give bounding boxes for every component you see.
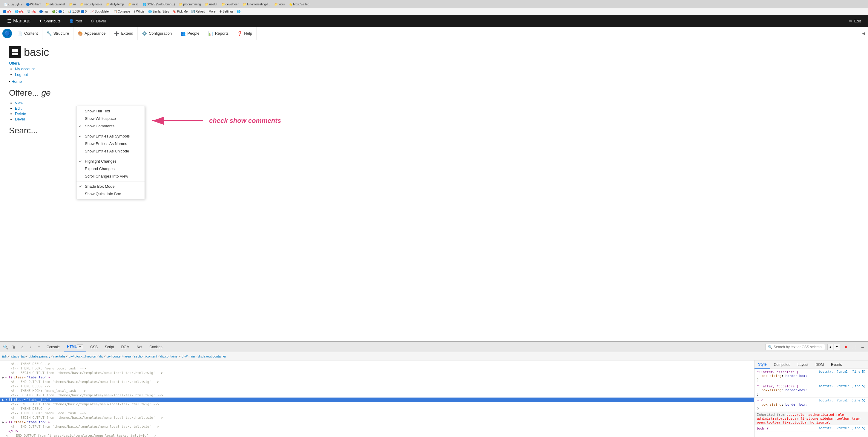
- menu-entities-symbols[interactable]: ✓ Show Entities As Symbols: [76, 133, 145, 140]
- quick-na3[interactable]: 📡 n/a: [25, 9, 37, 14]
- devtools-pointer-btn[interactable]: 🖱: [10, 344, 17, 351]
- drupal-logo[interactable]: 🔵: [2, 29, 12, 38]
- search-icon: 🔍: [768, 345, 772, 349]
- check-shade-box: ✓: [79, 184, 82, 188]
- nav-people[interactable]: 👥 People: [176, 27, 204, 40]
- nav-structure[interactable]: 🔧 Structure: [42, 27, 74, 40]
- quick-similar[interactable]: 🌐 Similar Sites: [147, 9, 170, 14]
- tab-ro[interactable]: 📁 ro: [67, 2, 78, 7]
- menu-scroll-changes[interactable]: Scroll Changes Into View: [76, 172, 145, 180]
- nav-collapse-btn[interactable]: ◀: [859, 31, 868, 35]
- quick-pickme[interactable]: 🔖 Pick Me: [171, 9, 189, 14]
- nav-reports[interactable]: 📊 Reports: [204, 27, 233, 40]
- delete-link[interactable]: Delete: [15, 112, 26, 116]
- devtools-next-btn[interactable]: ▼: [834, 344, 840, 350]
- svg-rect-2: [12, 53, 14, 55]
- nav-help[interactable]: ❓ Help: [233, 27, 256, 40]
- html-indicator: ▼: [77, 344, 83, 349]
- menu-highlight-changes[interactable]: ✓ Highlight Changes: [76, 157, 145, 165]
- site-logo: basic: [9, 46, 859, 59]
- tab-educational[interactable]: 📁 educational: [44, 2, 66, 7]
- menu-shade-box[interactable]: ✓ Shade Box Model: [76, 183, 145, 190]
- tab-script[interactable]: Script: [102, 342, 117, 352]
- home-link[interactable]: Home: [11, 79, 22, 84]
- svg-rect-3: [15, 53, 18, 55]
- edit-link[interactable]: Edit: [15, 106, 22, 111]
- tab-programming[interactable]: 📁 programming: [178, 2, 202, 7]
- devtools-minimize-btn[interactable]: –: [859, 344, 866, 351]
- quick-whois[interactable]: ? Whois: [132, 9, 146, 14]
- toolbar-manage[interactable]: ☰ Manage: [3, 15, 35, 27]
- devtools-search-input[interactable]: [774, 345, 822, 349]
- tab-security[interactable]: 📁 security-tools: [79, 2, 103, 7]
- quick-score2[interactable]: 📊 1,050 🔵 0: [66, 9, 88, 14]
- devtools-forward-btn[interactable]: ›: [27, 344, 34, 351]
- tab-dom[interactable]: DOM: [118, 342, 133, 352]
- tab-develpoer[interactable]: 📁 develpoer: [220, 2, 240, 7]
- menu-show-full-text[interactable]: Show Full Text: [76, 107, 145, 115]
- edit-icon: ✏: [849, 19, 852, 23]
- devtools-steps-btn[interactable]: ≡: [35, 344, 42, 351]
- quick-score1[interactable]: 🌿 0 🔵 0: [50, 9, 66, 14]
- menu-entities-names[interactable]: Show Entities As Names: [76, 140, 145, 147]
- content-icon: 📄: [17, 31, 22, 36]
- devtools-inspect-btn[interactable]: 🔍: [2, 344, 9, 351]
- menu-divider-3: [76, 181, 145, 181]
- tab-useful[interactable]: 📁 useful: [204, 2, 219, 7]
- devtools-close-btn[interactable]: ✕: [842, 344, 849, 351]
- tab-misc[interactable]: 📁 misc: [127, 2, 140, 7]
- tab-daily[interactable]: 📁 daily-temp: [104, 2, 125, 7]
- appearance-icon: 🎨: [78, 31, 83, 36]
- section-heading: Offere... ge: [9, 88, 859, 98]
- quick-na4[interactable]: 🔵 n/a: [38, 9, 49, 14]
- menu-show-whitespace[interactable]: Show Whitespace: [76, 115, 145, 122]
- view-link[interactable]: View: [15, 101, 23, 105]
- quick-na2[interactable]: 🌐 n/a: [13, 9, 25, 14]
- tab-tools[interactable]: 📁 tools: [273, 2, 286, 7]
- menu-quick-info[interactable]: Show Quick Info Box: [76, 190, 145, 198]
- menu-entities-unicode[interactable]: Show Entities As Unicode: [76, 147, 145, 155]
- check-show-comments: ✓: [79, 124, 82, 128]
- quick-links-bar: 🔵 n/a 🌐 n/a 📡 n/a 🔵 n/a 🌿 0 🔵 0 📊 1,050 …: [0, 8, 868, 15]
- devel-link[interactable]: Devel: [15, 117, 25, 121]
- site-nav: My account Log out: [9, 67, 859, 77]
- quick-na1[interactable]: 🔵 n/a: [1, 9, 13, 14]
- nav-extend[interactable]: ➕ Extend: [110, 27, 137, 40]
- menu-expand-changes[interactable]: Expand Changes: [76, 165, 145, 172]
- browser-tabs-bar: 📄 دانلود مقاله 🔵 Wolfram 📁 educational 📁…: [0, 0, 868, 8]
- quick-compare[interactable]: 📋 Compare: [112, 9, 132, 14]
- tab-net[interactable]: Net: [134, 342, 146, 352]
- nav-appearance[interactable]: 🎨 Appearance: [73, 27, 110, 40]
- check-highlight-changes: ✓: [79, 159, 82, 164]
- devtools-nav-buttons: ▲ ▼: [827, 344, 840, 350]
- tab-danload[interactable]: 📄 دانلود مقاله: [2, 2, 23, 7]
- nav-configuration[interactable]: ⚙️ Configuration: [138, 27, 176, 40]
- quick-settings[interactable]: ⚙ Settings: [218, 9, 235, 14]
- devtools-prev-btn[interactable]: ▲: [827, 344, 833, 350]
- nav-content[interactable]: 📄 Content: [13, 27, 42, 40]
- quick-icon[interactable]: 🌐: [236, 9, 242, 14]
- tab-html[interactable]: HTML ▼: [64, 342, 86, 352]
- tab-most-visited[interactable]: ⭐ Most Visited: [287, 2, 311, 7]
- my-account-link[interactable]: My account: [15, 67, 35, 71]
- star-icon: ★: [39, 19, 42, 23]
- toolbar-devel[interactable]: ⚙ Devel: [86, 15, 110, 27]
- tab-sci2s[interactable]: 🌐 SCI2S (Soft Comp...): [141, 2, 177, 7]
- toolbar-shortcuts[interactable]: ★ Shortcuts: [35, 15, 65, 27]
- toolbar-edit[interactable]: ✏ Edit: [845, 15, 865, 27]
- menu-show-comments[interactable]: ✓ Show Comments: [76, 122, 145, 130]
- tab-css[interactable]: CSS: [87, 342, 101, 352]
- toolbar-root[interactable]: 👤 root: [65, 15, 86, 27]
- quick-more[interactable]: More: [207, 9, 217, 14]
- quick-sociometer[interactable]: 📈 SocioMeter: [89, 9, 111, 14]
- tab-fun[interactable]: 📁 fun-interesting-l...: [241, 2, 272, 7]
- offera-link[interactable]: Offera: [9, 61, 20, 65]
- log-out-link[interactable]: Log out: [15, 72, 28, 77]
- devtools-back-btn[interactable]: ‹: [19, 344, 26, 351]
- tab-console[interactable]: Console: [43, 342, 63, 352]
- tab-wolfram[interactable]: 🔵 Wolfram: [25, 2, 43, 7]
- tab-cookies[interactable]: Cookies: [146, 342, 165, 352]
- devtools-detach-btn[interactable]: ⬚: [851, 344, 858, 351]
- logo-icon: [9, 46, 21, 58]
- quick-reload[interactable]: 🔄 Reload: [190, 9, 207, 14]
